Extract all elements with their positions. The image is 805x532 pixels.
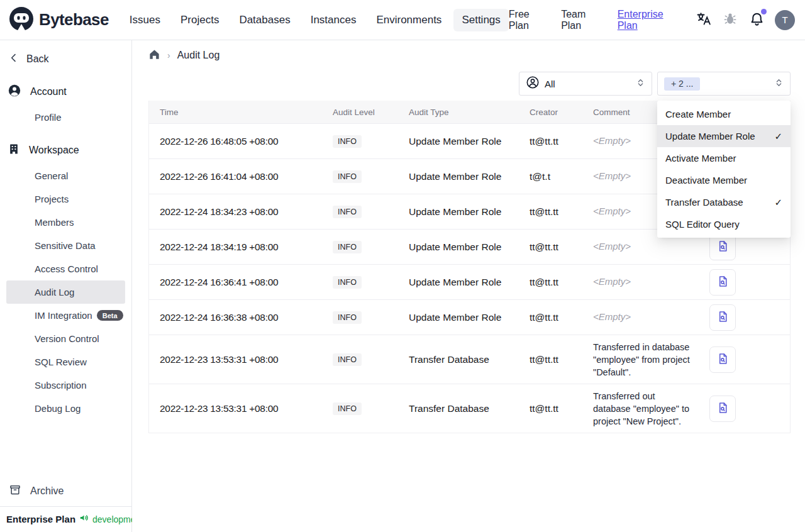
nav-item-issues[interactable]: Issues xyxy=(121,9,169,31)
audit-level: INFO xyxy=(328,311,404,324)
bytebase-logo-icon xyxy=(9,6,34,34)
audit-type: Update Member Role xyxy=(404,206,525,218)
audit-comment: Transferred in database "employee" from … xyxy=(588,336,697,384)
back-button[interactable]: Back xyxy=(0,44,131,70)
sidebar-item-access-control[interactable]: Access Control xyxy=(0,257,131,280)
menu-item-sql-editor-query[interactable]: SQL Editor Query ✓ xyxy=(657,213,791,235)
sidebar-item-label: Debug Log xyxy=(35,403,80,414)
sidebar-item-label: IM Integration xyxy=(35,310,92,321)
audit-type-dropdown-menu: Create Member ✓ Update Member Role ✓ Act… xyxy=(657,101,791,238)
sidebar-item-label: Access Control xyxy=(35,263,98,274)
creator-filter-select[interactable]: All xyxy=(519,72,652,96)
menu-item-label: Create Member xyxy=(665,109,731,119)
audit-level-badge: INFO xyxy=(333,206,362,218)
account-section-header: Account xyxy=(0,78,131,106)
audit-creator: tt@tt.tt xyxy=(525,206,588,218)
audit-creator: tt@tt.tt xyxy=(525,403,588,414)
person-circle-icon xyxy=(526,75,540,92)
view-detail-button[interactable] xyxy=(709,304,736,331)
audit-comment: <Empty> xyxy=(588,235,697,258)
audit-creator: tt@tt.tt xyxy=(525,354,588,365)
sidebar-item-debug-log[interactable]: Debug Log xyxy=(0,397,131,420)
nav-item-instances[interactable]: Instances xyxy=(303,9,365,31)
audit-row-actions xyxy=(697,396,790,422)
user-icon xyxy=(8,84,21,100)
sidebar-item-label: Version Control xyxy=(35,333,99,344)
audit-level-badge: INFO xyxy=(333,170,362,183)
chevron-left-icon xyxy=(9,53,19,65)
breadcrumb: › Audit Log xyxy=(148,48,791,63)
sidebar-item-label: General xyxy=(35,170,68,181)
current-plan-label: Enterprise Plan xyxy=(6,514,75,524)
menu-item-activate-member[interactable]: Activate Member ✓ xyxy=(657,147,791,169)
audit-type: Update Member Role xyxy=(404,136,525,147)
audit-level-badge: INFO xyxy=(333,276,362,289)
settings-sidebar: Back Account Profile xyxy=(0,40,132,532)
sidebar-item-sensitive-data[interactable]: Sensitive Data xyxy=(0,234,131,257)
audit-type: Transfer Database xyxy=(404,354,525,365)
menu-item-create-member[interactable]: Create Member ✓ xyxy=(657,103,791,125)
sidebar-item-version-control[interactable]: Version Control xyxy=(0,327,131,350)
home-icon[interactable] xyxy=(148,48,160,63)
sidebar-item-im-integration[interactable]: IM Integration Beta xyxy=(0,304,131,327)
menu-item-label: Deactivate Member xyxy=(665,175,747,186)
audit-type: Update Member Role xyxy=(404,277,525,288)
account-section: Account Profile xyxy=(0,78,131,129)
audit-type-filter-select[interactable]: + 2 ... xyxy=(657,72,791,96)
bytebase-logo[interactable]: Bytebase xyxy=(9,6,109,34)
brand-wordmark: Bytebase xyxy=(39,10,109,30)
nav-item-databases[interactable]: Databases xyxy=(231,9,298,31)
audit-type: Update Member Role xyxy=(404,241,525,253)
audit-creator: tt@tt.tt xyxy=(525,241,588,253)
sidebar-item-subscription[interactable]: Subscription xyxy=(0,374,131,397)
top-navbar: Bytebase Issues Projects Databases Insta… xyxy=(0,0,805,40)
sidebar-item-audit-log[interactable]: Audit Log xyxy=(6,280,125,304)
nav-item-environments[interactable]: Environments xyxy=(368,9,450,31)
beta-badge: Beta xyxy=(97,310,123,321)
menu-item-label: Transfer Database xyxy=(665,197,743,208)
menu-item-label: Activate Member xyxy=(665,153,736,163)
menu-item-label: SQL Editor Query xyxy=(665,219,740,230)
archive-link[interactable]: Archive xyxy=(0,476,131,506)
nav-item-projects[interactable]: Projects xyxy=(172,9,227,31)
audit-row-actions xyxy=(697,304,790,331)
menu-item-update-member-role[interactable]: Update Member Role ✓ xyxy=(657,125,791,147)
sidebar-item-projects[interactable]: Projects xyxy=(0,187,131,211)
enterprise-plan-link[interactable]: Enterprise Plan xyxy=(618,9,686,31)
chevron-up-down-icon xyxy=(636,78,645,90)
nav-item-settings[interactable]: Settings xyxy=(453,9,508,31)
language-switch-button[interactable] xyxy=(695,10,713,30)
sidebar-item-members[interactable]: Members xyxy=(0,211,131,234)
table-row: 2022-12-23 13:53:31 +08:00 INFO Transfer… xyxy=(149,335,790,384)
audit-type: Transfer Database xyxy=(404,403,525,414)
notifications-button[interactable] xyxy=(748,10,766,30)
sidebar-item-label: Subscription xyxy=(35,380,87,391)
back-label: Back xyxy=(26,53,49,65)
audit-level-badge: INFO xyxy=(333,241,362,253)
notification-dot xyxy=(761,9,767,14)
sidebar-item-profile[interactable]: Profile xyxy=(0,106,131,129)
menu-item-deactivate-member[interactable]: Deactivate Member ✓ xyxy=(657,169,791,191)
bug-icon xyxy=(723,11,738,28)
audit-time: 2022-12-24 18:34:19 +08:00 xyxy=(149,241,328,253)
audit-type-filter-tag: + 2 ... xyxy=(664,77,700,91)
menu-item-transfer-database[interactable]: Transfer Database ✓ xyxy=(657,191,791,213)
main-nav: Issues Projects Databases Instances Envi… xyxy=(121,9,509,31)
breadcrumb-separator: › xyxy=(167,50,170,60)
sidebar-item-label: Audit Log xyxy=(35,287,74,297)
user-avatar[interactable]: T xyxy=(775,10,795,30)
audit-level-badge: INFO xyxy=(333,135,362,148)
chevron-up-down-icon xyxy=(774,78,784,90)
sidebar-item-label: SQL Review xyxy=(35,357,87,367)
audit-comment: <Empty> xyxy=(588,270,697,294)
column-header-creator: Creator xyxy=(525,108,588,117)
audit-time: 2022-12-26 16:48:05 +08:00 xyxy=(149,136,328,147)
view-detail-button[interactable] xyxy=(709,396,736,422)
view-detail-button[interactable] xyxy=(709,269,736,296)
view-detail-button[interactable] xyxy=(709,346,736,373)
debug-report-button[interactable] xyxy=(721,10,739,30)
table-row: 2022-12-24 16:36:38 +08:00 INFO Update M… xyxy=(149,299,790,335)
sidebar-item-general[interactable]: General xyxy=(0,164,131,187)
sidebar-item-sql-review[interactable]: SQL Review xyxy=(0,350,131,374)
audit-level-badge: INFO xyxy=(333,311,362,324)
